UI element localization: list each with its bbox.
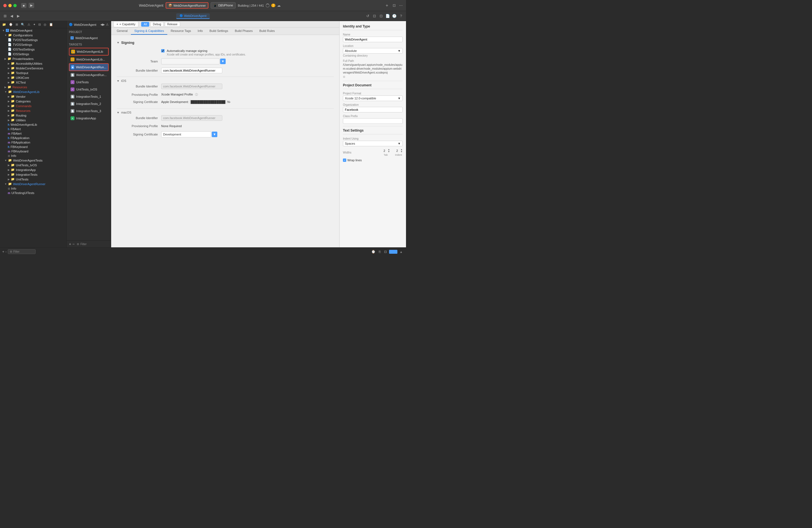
sidebar-item-info-lib[interactable]: ⊞ Info xyxy=(0,153,67,158)
sidebar-item-integrationapp[interactable]: ▶ 📁 IntegrationApp xyxy=(0,167,67,172)
nav-debug-icon[interactable]: ⊟ xyxy=(37,22,42,27)
tab-general[interactable]: General xyxy=(113,28,131,35)
sidebar-item-commands[interactable]: ▶ 📁 Commands xyxy=(0,104,67,108)
reload-icon[interactable]: ↺ xyxy=(365,13,371,19)
nav-filter-icon[interactable]: ⌚ xyxy=(8,22,14,27)
minimize-btn[interactable] xyxy=(8,4,12,7)
scheme-selector[interactable]: 📦 WebDriverAgentRunner xyxy=(165,2,209,9)
sidebar-item-unittests-tvos[interactable]: ▶ 📁 UnitTests_tvOS xyxy=(0,163,67,167)
target-webdriveragentlib-1[interactable]: 🔧 WebDriverAgentLib xyxy=(69,48,108,56)
bottom-icon-2[interactable]: ⎘ xyxy=(378,250,382,254)
sidebar-item-unittests[interactable]: ▶ 📁 UnitTests xyxy=(0,177,67,182)
tab-decrement-btn[interactable]: ▼ xyxy=(388,151,390,153)
nav-breakpoint-icon[interactable]: ◎ xyxy=(43,22,47,27)
sidebar-item-tvostestsettings[interactable]: 📄 TVOSTestSettings xyxy=(0,37,67,42)
tab-build-settings[interactable]: Build Settings xyxy=(206,28,231,35)
info-icon[interactable]: ⓘ xyxy=(195,93,198,96)
project-format-select[interactable]: Xcode 12.0-compatible ▼ xyxy=(343,95,403,101)
forward-icon[interactable]: ▶ xyxy=(16,13,21,19)
target-webdriveragentlib-2[interactable]: 🔧 WebDriverAgentLib... xyxy=(69,56,108,63)
target-integrationtests-3[interactable]: 📄 IntegrationTests_3 xyxy=(69,108,108,115)
close-btn[interactable] xyxy=(3,4,7,7)
sidebar-item-configurations[interactable]: ▼ 📁 Configurations xyxy=(0,33,67,37)
team-btn[interactable]: ▼ xyxy=(220,59,226,64)
filter-release-btn[interactable]: Release xyxy=(165,22,180,27)
add-target-btn[interactable]: + xyxy=(69,242,71,246)
sidebar-item-webdriveragentrunner[interactable]: ▼ 📁 WebDriverAgentRunner xyxy=(0,182,67,186)
sidebar-item-fbapplication-h[interactable]: h FBApplication xyxy=(0,136,67,140)
class-prefix-input[interactable] xyxy=(343,118,403,124)
gear-icon[interactable]: ⚙ xyxy=(77,243,79,246)
sidebar-item-fbkeyboard-m[interactable]: m FBKeyboard xyxy=(0,149,67,153)
sidebar-item-utilities[interactable]: ▶ 📁 Utilities xyxy=(0,118,67,122)
active-editor-tab[interactable]: 🔵 WebDriverAgent xyxy=(176,13,210,19)
warn-icon[interactable]: ⚠ xyxy=(106,23,108,26)
sidebar-item-tvossettings[interactable]: 📄 TVOSSettings xyxy=(0,42,67,47)
macos-header[interactable]: ▼ macOS xyxy=(117,108,334,115)
sidebar-item-textinput[interactable]: ▶ 📁 TextInput xyxy=(0,71,67,75)
wrap-lines-checkbox[interactable]: ✓ xyxy=(343,159,346,162)
up-arrow-icon[interactable]: ▲ xyxy=(398,250,404,254)
sidebar-item-fbkeyboard-h[interactable]: h FBKeyboard xyxy=(0,145,67,149)
target-webdriveragentrunner-1[interactable]: ▶ WebDriverAgentRun... xyxy=(69,63,108,71)
target-integrationtests-2[interactable]: 📄 IntegrationTests_2 xyxy=(69,101,108,107)
tab-resource-tags[interactable]: Resource Tags xyxy=(167,28,194,35)
fullscreen-btn[interactable] xyxy=(13,4,17,7)
sidebar-item-fbalert-m[interactable]: m FBAlert xyxy=(0,131,67,136)
location-select[interactable]: Absolute ▼ xyxy=(343,48,403,54)
bottom-icon-3[interactable]: ⊡ xyxy=(383,250,388,254)
filter-all-btn[interactable]: All xyxy=(141,22,149,27)
nav-log-icon[interactable]: 📋 xyxy=(48,22,54,27)
macos-cert-btn[interactable]: ▼ xyxy=(212,132,217,137)
tab-signing[interactable]: Signing & Capabilities xyxy=(131,28,167,35)
sidebar-item-routing[interactable]: ▶ 📁 Routing xyxy=(0,113,67,118)
sidebar-item-resources-lib[interactable]: ▶ 📁 Resources xyxy=(0,108,67,113)
remove-file-btn[interactable]: - xyxy=(5,250,7,254)
device-selector[interactable]: 📱 D的iPhone xyxy=(211,2,235,9)
target-integrationtests-1[interactable]: 📄 IntegrationTests_1 xyxy=(69,93,108,100)
sidebar-item-vendor[interactable]: ▶ 📁 Vendor xyxy=(0,94,67,99)
tab-build-rules[interactable]: Build Rules xyxy=(256,28,278,35)
add-file-btn[interactable]: + xyxy=(2,250,4,254)
signing-header[interactable]: ▼ Signing xyxy=(117,41,334,45)
nav-arrows[interactable]: ◀▶ xyxy=(100,23,105,26)
clock-icon[interactable]: 🕐 xyxy=(392,13,397,19)
sidebar-item-uikitcore[interactable]: ▶ 📁 UIKitCore xyxy=(0,75,67,80)
sidebar-item-iostestsettings[interactable]: 📄 IOSTestSettings xyxy=(0,47,67,51)
add-tab-btn[interactable]: + xyxy=(386,3,388,8)
target-webdriveragentrunner-2[interactable]: 📄 WebDriverAgentRun... xyxy=(69,72,108,78)
bottom-icon-1[interactable]: ⌚ xyxy=(370,250,377,254)
sidebar-item-fbapplication-m[interactable]: m FBApplication xyxy=(0,140,67,145)
target-integrationapp[interactable]: A IntegrationApp xyxy=(69,115,108,122)
more-btn[interactable]: ⋯ xyxy=(399,3,403,7)
sidebar-item-webdriveragentlib[interactable]: ▼ 📁 WebDriverAgentLib xyxy=(0,89,67,94)
bundle-id-input[interactable] xyxy=(161,68,222,73)
sidebar-item-webdriveragentlib-h[interactable]: h WebDriverAgentLib xyxy=(0,122,67,127)
sidebar-item-info-runner[interactable]: ⊞ Info xyxy=(0,186,67,191)
macos-signing-dropdown[interactable]: Development ▼ xyxy=(161,131,334,137)
remove-target-btn[interactable]: − xyxy=(72,242,74,246)
inspector-toggle-icon[interactable]: ⊡ xyxy=(378,13,384,19)
nav-location-icon[interactable]: ⊞ xyxy=(14,22,19,27)
sidebar-item-privateheaders[interactable]: ▶ 📁 PrivateHeaders xyxy=(0,56,67,61)
back-icon[interactable]: ◀ xyxy=(9,13,14,19)
tab-info[interactable]: Info xyxy=(194,28,206,35)
split-icon[interactable]: ⊡ xyxy=(372,13,377,19)
sidebar-item-integrationtests[interactable]: ▶ 📁 IntegrationTests xyxy=(0,172,67,177)
split-view-btn[interactable]: ⊡ xyxy=(393,3,396,7)
filter-debug-btn[interactable]: Debug xyxy=(150,22,163,27)
warning-badge[interactable]: 2 xyxy=(271,4,276,7)
team-selector[interactable]: ▼ xyxy=(161,58,334,64)
nav-folder-icon[interactable]: 📁 xyxy=(1,22,7,27)
sidebar-item-webdriveragenttests[interactable]: ▼ 📁 WebDriverAgentTests xyxy=(0,158,67,163)
target-unittests-tvos[interactable]: ✓ UnitTests_tvOS xyxy=(69,86,108,93)
indent-decrement-btn[interactable]: ▼ xyxy=(401,151,403,153)
sidebar-item-categories[interactable]: ▶ 📁 Categories xyxy=(0,99,67,104)
indent-using-select[interactable]: Spaces ▼ xyxy=(343,141,403,146)
add-capability-button[interactable]: + + Capability xyxy=(113,21,139,27)
help-icon[interactable]: ? xyxy=(398,13,404,19)
tab-build-phases[interactable]: Build Phases xyxy=(231,28,256,35)
play-button[interactable]: ▶ xyxy=(29,3,34,8)
target-unittests[interactable]: ✓ UnitTests xyxy=(69,79,108,86)
stop-button[interactable]: ■ xyxy=(21,3,26,8)
